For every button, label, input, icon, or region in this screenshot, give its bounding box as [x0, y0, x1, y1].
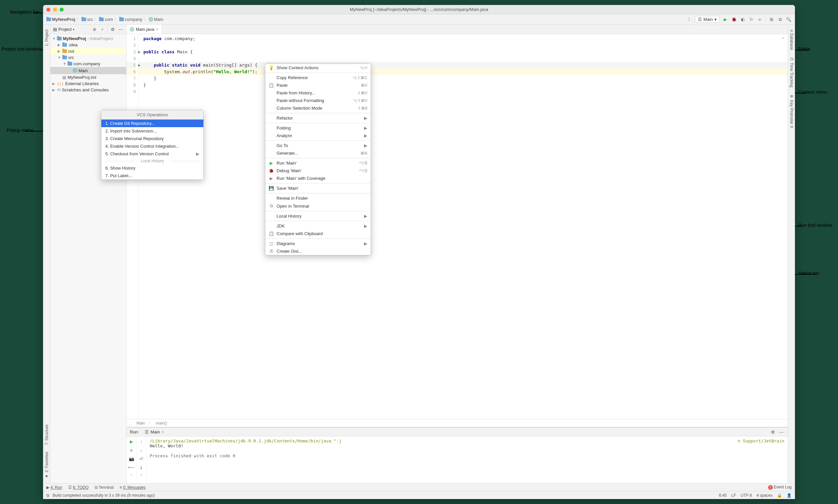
gutter-tab-favorites[interactable]: ★2: Favorites: [44, 448, 50, 482]
inspection-check-icon[interactable]: ✓: [782, 35, 784, 40]
scroll-icon[interactable]: ⤓: [139, 464, 144, 470]
breadcrumb[interactable]: MyNewProj 〉 src 〉 com 〉 company 〉 ⓒ Main: [47, 17, 163, 22]
ctx-item[interactable]: ▶Run 'Main' with Coverage: [265, 175, 371, 182]
gutter-tab-project[interactable]: 1: Project: [44, 26, 50, 50]
lock-icon[interactable]: 🔒: [777, 493, 782, 498]
close-window-button[interactable]: [47, 7, 50, 12]
code-area[interactable]: package com.company; public class Main {…: [143, 34, 788, 419]
callout-context: Context menu: [798, 89, 838, 95]
ctx-label: Compare with Clipboard: [277, 231, 323, 236]
ctx-item[interactable]: ▶Run 'Main'^⇧R: [265, 159, 371, 167]
zoom-window-button[interactable]: [60, 7, 64, 12]
run-panel-title: Run:: [130, 430, 139, 434]
vcs-icon[interactable]: ⊞: [768, 17, 774, 22]
editor[interactable]: ⓒMain.java× 123456789 ▶▶ package com.com…: [126, 25, 788, 483]
vcs-item-create-git[interactable]: 1. Create Git Repository...: [101, 120, 203, 127]
ctx-item[interactable]: Copy Reference⌥⇧⌘C: [265, 74, 371, 82]
rerun-icon[interactable]: ▶: [128, 438, 135, 444]
indent[interactable]: 4 spaces: [756, 493, 772, 498]
gear-icon[interactable]: ✿: [770, 429, 776, 435]
ctx-item[interactable]: Go To▶: [265, 142, 371, 149]
ctx-item[interactable]: Generate...⌘N: [265, 149, 371, 157]
gear-icon[interactable]: ✿: [110, 26, 115, 33]
ctx-item[interactable]: Refactor▶: [265, 114, 371, 122]
ctx-item[interactable]: Folding▶: [265, 124, 371, 132]
cursor-position[interactable]: 6:45: [719, 493, 727, 498]
hat-icon[interactable]: 👤: [787, 493, 791, 498]
collapse-icon[interactable]: ÷: [100, 26, 105, 33]
folder-icon: [47, 18, 51, 21]
ctx-item[interactable]: ⧉Open in Terminal: [265, 202, 371, 210]
wrap-icon[interactable]: ⏎: [139, 456, 144, 462]
ctx-item[interactable]: ⦿Create Gist...: [265, 247, 371, 255]
vcs-item-enable[interactable]: 4. Enable Version Control Integration...: [101, 142, 203, 150]
vcs-item-hg[interactable]: 3. Create Mercurial Repository: [101, 135, 203, 142]
exit-icon[interactable]: ⟵: [128, 464, 135, 470]
tab-todo[interactable]: ☲ 6: TODO: [68, 485, 89, 490]
gutter-tab-time[interactable]: ◷Time Tracking: [789, 53, 795, 91]
run-console[interactable]: /Library/Java/JavaVirtualMachines/jdk-9.…: [146, 436, 788, 483]
camera-icon[interactable]: 📷: [128, 456, 135, 462]
build-icon[interactable]: ⤵: [686, 17, 692, 22]
ctx-icon: 💡: [269, 65, 274, 70]
ctx-item[interactable]: Reveal in Finder: [265, 194, 371, 202]
tab-terminal[interactable]: ⧉ Terminal: [95, 485, 113, 490]
ctx-label: Paste from History...: [277, 90, 315, 95]
stop-icon[interactable]: ■: [757, 17, 763, 22]
project-tree[interactable]: ▼ MyNewProj ~/IdeaProject ▶ .idea ▶ out …: [50, 34, 126, 94]
ctx-item[interactable]: 📋Compare with Clipboard: [265, 230, 371, 237]
ctx-label: Create Gist...: [277, 249, 302, 254]
editor-breadcrumb[interactable]: Main〉main(): [126, 419, 788, 427]
ctx-item[interactable]: Paste without Formatting⌥⇧⌘V: [265, 97, 371, 104]
search-icon[interactable]: 🔍: [786, 17, 791, 22]
notifications-icon[interactable]: ⧉: [47, 493, 49, 498]
debug-icon[interactable]: 🐞: [731, 17, 737, 22]
target-icon[interactable]: ⊕: [91, 26, 97, 33]
ctx-label: Folding: [277, 126, 291, 130]
profiler-icon[interactable]: ↻: [748, 17, 754, 22]
ctx-item[interactable]: Local History▶: [265, 212, 371, 220]
stop-icon[interactable]: ■: [128, 447, 135, 453]
ctx-icon: 📋: [269, 83, 274, 88]
coverage-icon[interactable]: ◐: [739, 17, 746, 22]
gutter-tab-keypromoter[interactable]: ✲Key Promoter X: [789, 91, 795, 131]
vcs-item-label[interactable]: 7. Put Label...: [101, 172, 203, 179]
ctx-label: Local History: [277, 214, 301, 219]
callout-popup: Popup menu: [0, 127, 33, 133]
line-numbers: 123456789: [126, 34, 138, 419]
up-icon[interactable]: ↑: [139, 438, 144, 444]
vcs-item-checkout[interactable]: 5. Checkout from Version Control▶: [101, 150, 203, 158]
layout-icon[interactable]: ⧉: [777, 17, 783, 22]
minimize-window-button[interactable]: [53, 7, 57, 12]
run-icon[interactable]: ▶: [723, 17, 728, 22]
tab-messages[interactable]: ≡ 0: Messages: [120, 485, 145, 490]
hide-icon[interactable]: —: [778, 429, 784, 435]
tab-run[interactable]: ▶ 4: Run: [47, 485, 62, 490]
encoding[interactable]: UTF-8: [741, 493, 752, 498]
ctx-item[interactable]: 🐞Debug 'Main'^⇧D: [265, 167, 371, 175]
vcs-popup-title: VCS Operations: [101, 110, 203, 120]
ctx-icon: ▶: [269, 176, 274, 181]
ctx-item[interactable]: Column Selection Mode⇧⌘8: [265, 104, 371, 112]
editor-tab[interactable]: ⓒMain.java×: [126, 25, 162, 34]
ctx-item[interactable]: Paste from History...⇧⌘V: [265, 89, 371, 97]
event-log[interactable]: 2 Event Log: [768, 485, 791, 490]
vcs-item-history[interactable]: 6. Show History: [101, 164, 203, 172]
vcs-item-svn[interactable]: 2. Import into Subversion...: [101, 127, 203, 135]
gutter-tab-database[interactable]: ≡Database: [789, 26, 795, 53]
gutter-tab-structure[interactable]: 7: Structure: [44, 421, 50, 448]
run-tab[interactable]: ☲Main×: [142, 430, 166, 434]
ctx-item[interactable]: 💾Save 'Main': [265, 184, 371, 192]
ctx-item[interactable]: 💡Show Context Actions⌥⏎: [265, 64, 371, 72]
run-config-selector[interactable]: ☲Main▾: [695, 16, 720, 23]
ctx-item[interactable]: JDK▶: [265, 222, 371, 230]
ctx-item[interactable]: ◫Diagrams▶: [265, 240, 371, 247]
ctx-icon: 📋: [269, 231, 274, 236]
callout-run: Run tool window: [798, 222, 838, 228]
ctx-item[interactable]: Analyze▶: [265, 132, 371, 139]
down-icon[interactable]: ↓: [139, 447, 144, 453]
line-ending[interactable]: LF: [731, 493, 736, 498]
ctx-item[interactable]: 📋Paste⌘V: [265, 82, 371, 89]
vcs-separator: Local History: [101, 158, 203, 164]
hide-icon[interactable]: —: [118, 26, 124, 33]
